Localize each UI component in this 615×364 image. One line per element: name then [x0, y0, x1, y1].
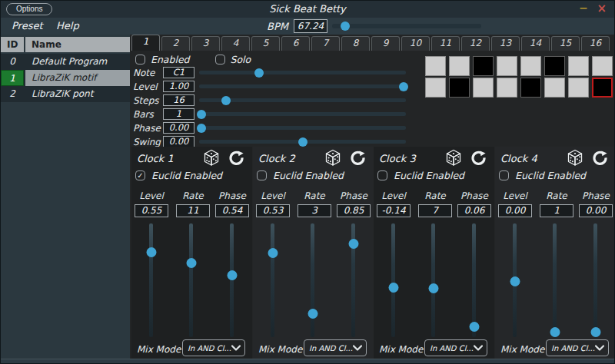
tab-4[interactable]: 4	[221, 36, 250, 51]
bpm-slider-handle[interactable]	[341, 22, 350, 31]
step-cell-1[interactable]	[425, 56, 446, 76]
minimize-icon[interactable]: −	[579, 2, 588, 14]
slider-handle[interactable]	[186, 258, 196, 268]
rate-slider[interactable]	[311, 223, 314, 337]
slider-handle[interactable]	[254, 68, 264, 78]
phase-slider[interactable]	[351, 223, 355, 337]
euclid-checkbox[interactable]	[377, 170, 387, 180]
euclid-checkbox[interactable]	[499, 170, 509, 180]
slider-handle[interactable]	[399, 82, 408, 91]
level-value-field[interactable]: 0.53	[256, 204, 290, 217]
dice-icon[interactable]	[202, 148, 221, 170]
phase-slider[interactable]	[230, 223, 234, 337]
mix-mode-dropdown[interactable]: In AND Cl...	[182, 339, 245, 356]
param-value-field[interactable]: 1.00	[163, 81, 194, 92]
rate-slider[interactable]	[189, 223, 193, 337]
dice-icon[interactable]	[566, 148, 584, 170]
slider-handle[interactable]	[197, 124, 206, 133]
param-slider[interactable]	[199, 71, 406, 74]
rate-value-field[interactable]: 3	[298, 204, 331, 217]
mix-mode-dropdown[interactable]: In AND Cl...	[546, 339, 609, 356]
solo-checkbox[interactable]	[215, 55, 225, 65]
slider-handle[interactable]	[388, 283, 398, 293]
tab-16[interactable]: 16	[581, 36, 610, 51]
param-value-field[interactable]: 1	[163, 108, 194, 120]
phase-slider[interactable]	[472, 223, 476, 337]
tab-1[interactable]: 1	[131, 35, 160, 51]
tab-6[interactable]: 6	[281, 36, 310, 51]
param-value-field[interactable]: 0.00	[163, 122, 194, 134]
reset-rotate-icon[interactable]	[228, 150, 244, 170]
param-value-field[interactable]: 16	[163, 94, 194, 106]
level-slider[interactable]	[271, 223, 274, 337]
level-slider[interactable]	[391, 223, 395, 337]
slider-handle[interactable]	[197, 110, 206, 119]
level-slider[interactable]	[513, 223, 517, 337]
level-value-field[interactable]: 0.00	[498, 204, 532, 217]
slider-handle[interactable]	[428, 283, 438, 293]
param-slider[interactable]	[199, 84, 406, 88]
reset-rotate-icon[interactable]	[592, 150, 608, 170]
phase-slider[interactable]	[593, 223, 597, 337]
level-slider[interactable]	[149, 223, 153, 337]
param-slider[interactable]	[199, 112, 406, 116]
step-cell-3[interactable]	[473, 56, 494, 76]
slider-handle[interactable]	[146, 247, 156, 257]
reset-rotate-icon[interactable]	[350, 150, 366, 170]
dice-icon[interactable]	[444, 148, 463, 170]
step-cell-4[interactable]	[497, 56, 517, 76]
param-value-field[interactable]: 0.00	[163, 136, 194, 147]
mix-mode-dropdown[interactable]: In AND Cl...	[424, 339, 487, 356]
rate-slider[interactable]	[553, 223, 557, 337]
rate-value-field[interactable]: 1	[540, 204, 573, 217]
program-row-1[interactable]: 1LibraZiK motif	[1, 70, 130, 86]
slider-handle[interactable]	[227, 270, 237, 280]
slider-handle[interactable]	[590, 327, 600, 337]
bpm-slider[interactable]	[332, 24, 481, 28]
close-icon[interactable]: ×	[597, 2, 607, 15]
slider-handle[interactable]	[268, 248, 278, 258]
bpm-value-field[interactable]: 67.24	[294, 19, 327, 33]
tab-3[interactable]: 3	[191, 36, 220, 51]
level-value-field[interactable]: -0.14	[377, 204, 411, 217]
slider-handle[interactable]	[550, 327, 560, 337]
step-cell-12[interactable]	[497, 78, 517, 98]
enabled-checkbox[interactable]	[135, 55, 145, 65]
tab-15[interactable]: 15	[551, 36, 580, 51]
tab-13[interactable]: 13	[491, 36, 520, 51]
rate-slider[interactable]	[431, 223, 435, 337]
step-cell-14[interactable]	[544, 78, 565, 98]
level-value-field[interactable]: 0.55	[135, 204, 168, 217]
dice-icon[interactable]	[324, 148, 342, 170]
menu-preset[interactable]: Preset	[12, 20, 43, 31]
slider-handle[interactable]	[348, 239, 358, 249]
step-cell-7[interactable]	[568, 56, 589, 76]
step-cell-13[interactable]	[520, 78, 541, 98]
tab-8[interactable]: 8	[341, 36, 370, 51]
tab-9[interactable]: 9	[371, 36, 400, 51]
mix-mode-dropdown[interactable]: In AND Cl...	[304, 339, 367, 356]
tab-2[interactable]: 2	[161, 36, 190, 51]
step-cell-15[interactable]	[568, 78, 589, 98]
step-cell-9[interactable]	[425, 78, 446, 98]
phase-value-field[interactable]: 0.85	[337, 204, 371, 217]
rate-value-field[interactable]: 11	[176, 204, 210, 217]
reset-rotate-icon[interactable]	[470, 150, 487, 170]
step-cell-11[interactable]	[473, 78, 494, 98]
param-value-field[interactable]: C1	[163, 67, 194, 78]
slider-handle[interactable]	[308, 309, 317, 319]
menu-help[interactable]: Help	[56, 20, 79, 31]
rate-value-field[interactable]: 7	[418, 204, 452, 217]
param-slider[interactable]	[199, 126, 406, 130]
tab-5[interactable]: 5	[251, 36, 280, 51]
tab-11[interactable]: 11	[431, 36, 460, 51]
phase-value-field[interactable]: 0.06	[457, 204, 491, 217]
euclid-checkbox[interactable]: ✓	[135, 170, 145, 180]
slider-handle[interactable]	[469, 322, 479, 332]
tab-7[interactable]: 7	[311, 36, 340, 51]
step-cell-5[interactable]	[520, 56, 541, 76]
tab-14[interactable]: 14	[521, 36, 550, 51]
param-slider[interactable]	[199, 98, 406, 102]
slider-handle[interactable]	[298, 137, 308, 147]
tab-10[interactable]: 10	[401, 36, 430, 51]
